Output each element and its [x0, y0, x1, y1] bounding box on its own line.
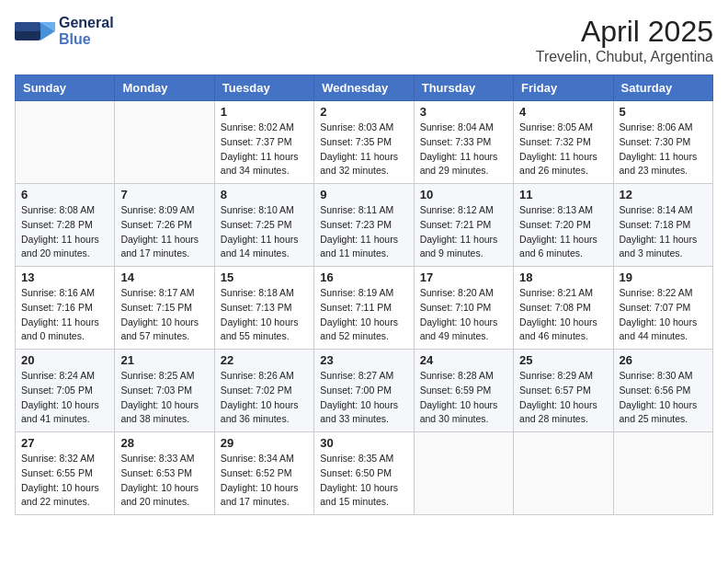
header-sunday: Sunday	[16, 75, 115, 101]
day-info: Sunrise: 8:03 AMSunset: 7:35 PMDaylight:…	[320, 121, 407, 178]
week-row-2: 6Sunrise: 8:08 AMSunset: 7:28 PMDaylight…	[16, 184, 713, 267]
day-number: 9	[320, 188, 407, 201]
day-info: Sunrise: 8:14 AMSunset: 7:18 PMDaylight:…	[620, 203, 707, 261]
day-number: 24	[420, 353, 507, 367]
table-row: 6Sunrise: 8:08 AMSunset: 7:28 PMDaylight…	[16, 184, 115, 267]
table-row: 4Sunrise: 8:05 AMSunset: 7:32 PMDaylight…	[514, 101, 613, 184]
table-row: 5Sunrise: 8:06 AMSunset: 7:30 PMDaylight…	[613, 101, 712, 184]
header-wednesday: Wednesday	[314, 75, 414, 101]
calendar-title-area: April 2025 Trevelin, Chubut, Argentina	[536, 15, 713, 65]
table-row: 7Sunrise: 8:09 AMSunset: 7:26 PMDaylight…	[115, 184, 214, 267]
table-row: 30Sunrise: 8:35 AMSunset: 6:50 PMDayligh…	[314, 432, 414, 515]
table-row: 1Sunrise: 8:02 AMSunset: 7:37 PMDaylight…	[214, 101, 313, 184]
day-info: Sunrise: 8:29 AMSunset: 6:57 PMDaylight:…	[519, 369, 607, 427]
day-number: 4	[519, 105, 607, 119]
day-info: Sunrise: 8:19 AMSunset: 7:11 PMDaylight:…	[320, 286, 407, 344]
table-row: 12Sunrise: 8:14 AMSunset: 7:18 PMDayligh…	[613, 184, 712, 267]
day-info: Sunrise: 8:35 AMSunset: 6:50 PMDaylight:…	[320, 452, 407, 510]
calendar-subtitle: Trevelin, Chubut, Argentina	[536, 49, 713, 65]
day-info: Sunrise: 8:10 AMSunset: 7:25 PMDaylight:…	[221, 203, 308, 261]
table-row: 24Sunrise: 8:28 AMSunset: 6:59 PMDayligh…	[414, 350, 513, 432]
day-number: 7	[120, 188, 208, 201]
table-row	[613, 432, 712, 515]
day-number: 23	[320, 353, 407, 367]
day-info: Sunrise: 8:09 AMSunset: 7:26 PMDaylight:…	[120, 203, 208, 261]
table-row: 27Sunrise: 8:32 AMSunset: 6:55 PMDayligh…	[16, 432, 115, 515]
header-tuesday: Tuesday	[214, 75, 313, 101]
day-number: 26	[620, 353, 707, 367]
day-number: 12	[620, 188, 707, 201]
day-info: Sunrise: 8:33 AMSunset: 6:53 PMDaylight:…	[120, 452, 208, 510]
day-number: 6	[21, 188, 108, 201]
table-row	[414, 432, 513, 515]
table-row: 20Sunrise: 8:24 AMSunset: 7:05 PMDayligh…	[16, 350, 115, 432]
week-row-4: 20Sunrise: 8:24 AMSunset: 7:05 PMDayligh…	[16, 350, 713, 432]
header-monday: Monday	[115, 75, 214, 101]
day-info: Sunrise: 8:22 AMSunset: 7:07 PMDaylight:…	[620, 286, 707, 344]
day-info: Sunrise: 8:08 AMSunset: 7:28 PMDaylight:…	[21, 203, 108, 261]
day-number: 21	[120, 353, 208, 367]
table-row: 28Sunrise: 8:33 AMSunset: 6:53 PMDayligh…	[115, 432, 214, 515]
table-row: 13Sunrise: 8:16 AMSunset: 7:16 PMDayligh…	[16, 267, 115, 350]
day-info: Sunrise: 8:18 AMSunset: 7:13 PMDaylight:…	[221, 286, 308, 344]
day-info: Sunrise: 8:26 AMSunset: 7:02 PMDaylight:…	[221, 369, 308, 427]
table-row: 16Sunrise: 8:19 AMSunset: 7:11 PMDayligh…	[314, 267, 414, 350]
day-number: 13	[21, 270, 108, 284]
table-row	[115, 101, 214, 184]
day-info: Sunrise: 8:17 AMSunset: 7:15 PMDaylight:…	[120, 286, 208, 344]
day-number: 8	[221, 188, 308, 201]
calendar-header-row: Sunday Monday Tuesday Wednesday Thursday…	[16, 75, 713, 101]
day-number: 16	[320, 270, 407, 284]
week-row-1: 1Sunrise: 8:02 AMSunset: 7:37 PMDaylight…	[16, 101, 713, 184]
logo: General Blue	[15, 15, 114, 48]
table-row: 17Sunrise: 8:20 AMSunset: 7:10 PMDayligh…	[414, 267, 513, 350]
day-number: 30	[320, 436, 407, 450]
day-info: Sunrise: 8:05 AMSunset: 7:32 PMDaylight:…	[519, 121, 607, 178]
day-info: Sunrise: 8:02 AMSunset: 7:37 PMDaylight:…	[221, 121, 308, 178]
day-number: 2	[320, 105, 407, 119]
table-row: 9Sunrise: 8:11 AMSunset: 7:23 PMDaylight…	[314, 184, 414, 267]
day-number: 25	[519, 353, 607, 367]
table-row: 22Sunrise: 8:26 AMSunset: 7:02 PMDayligh…	[214, 350, 313, 432]
day-number: 1	[221, 105, 308, 119]
day-number: 22	[221, 353, 308, 367]
day-info: Sunrise: 8:28 AMSunset: 6:59 PMDaylight:…	[420, 369, 507, 427]
table-row: 29Sunrise: 8:34 AMSunset: 6:52 PMDayligh…	[214, 432, 313, 515]
day-number: 5	[620, 105, 707, 119]
week-row-5: 27Sunrise: 8:32 AMSunset: 6:55 PMDayligh…	[16, 432, 713, 515]
day-info: Sunrise: 8:16 AMSunset: 7:16 PMDaylight:…	[21, 286, 108, 344]
table-row: 14Sunrise: 8:17 AMSunset: 7:15 PMDayligh…	[115, 267, 214, 350]
day-info: Sunrise: 8:12 AMSunset: 7:21 PMDaylight:…	[420, 203, 507, 261]
day-number: 14	[120, 270, 208, 284]
table-row: 3Sunrise: 8:04 AMSunset: 7:33 PMDaylight…	[414, 101, 513, 184]
day-number: 3	[420, 105, 507, 119]
header-friday: Friday	[514, 75, 613, 101]
day-number: 28	[120, 436, 208, 450]
header-saturday: Saturday	[613, 75, 712, 101]
day-info: Sunrise: 8:25 AMSunset: 7:03 PMDaylight:…	[120, 369, 208, 427]
page-header: General Blue April 2025 Trevelin, Chubut…	[15, 15, 713, 65]
day-info: Sunrise: 8:11 AMSunset: 7:23 PMDaylight:…	[320, 203, 407, 261]
table-row	[514, 432, 613, 515]
week-row-3: 13Sunrise: 8:16 AMSunset: 7:16 PMDayligh…	[16, 267, 713, 350]
day-info: Sunrise: 8:24 AMSunset: 7:05 PMDaylight:…	[21, 369, 108, 427]
day-info: Sunrise: 8:06 AMSunset: 7:30 PMDaylight:…	[620, 121, 707, 178]
table-row: 2Sunrise: 8:03 AMSunset: 7:35 PMDaylight…	[314, 101, 414, 184]
day-info: Sunrise: 8:27 AMSunset: 7:00 PMDaylight:…	[320, 369, 407, 427]
table-row: 11Sunrise: 8:13 AMSunset: 7:20 PMDayligh…	[514, 184, 613, 267]
day-info: Sunrise: 8:13 AMSunset: 7:20 PMDaylight:…	[519, 203, 607, 261]
logo-blue: Blue	[59, 31, 114, 48]
day-number: 19	[620, 270, 707, 284]
day-info: Sunrise: 8:32 AMSunset: 6:55 PMDaylight:…	[21, 452, 108, 510]
calendar-title: April 2025	[536, 15, 713, 49]
table-row: 19Sunrise: 8:22 AMSunset: 7:07 PMDayligh…	[613, 267, 712, 350]
day-number: 29	[221, 436, 308, 450]
day-number: 18	[519, 270, 607, 284]
day-info: Sunrise: 8:21 AMSunset: 7:08 PMDaylight:…	[519, 286, 607, 344]
logo-icon	[15, 15, 55, 48]
day-number: 27	[21, 436, 108, 450]
day-info: Sunrise: 8:20 AMSunset: 7:10 PMDaylight:…	[420, 286, 507, 344]
svg-rect-1	[15, 22, 40, 31]
table-row: 8Sunrise: 8:10 AMSunset: 7:25 PMDaylight…	[214, 184, 313, 267]
day-info: Sunrise: 8:34 AMSunset: 6:52 PMDaylight:…	[221, 452, 308, 510]
